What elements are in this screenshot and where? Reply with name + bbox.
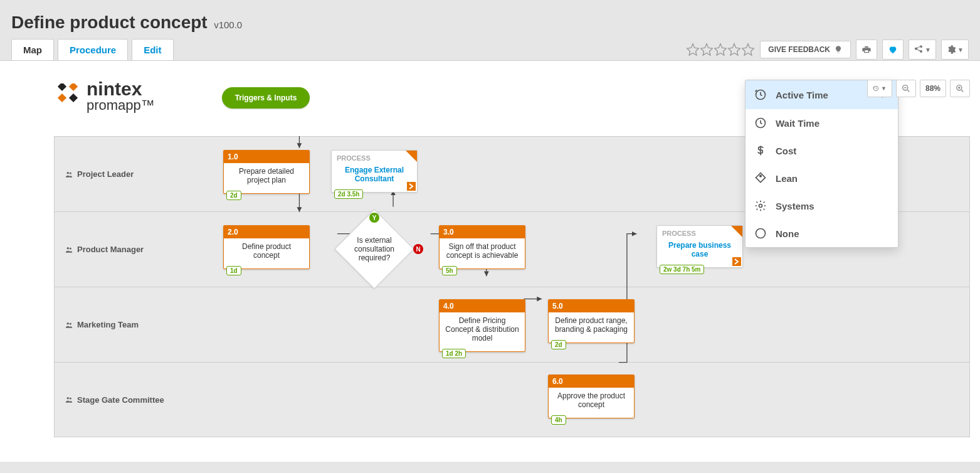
step-duration: 2d bbox=[551, 340, 566, 349]
decision-node[interactable]: Is external consultation required? Y N bbox=[330, 218, 418, 280]
dd-wait-time[interactable]: Wait Time bbox=[746, 109, 898, 137]
favorite-button[interactable] bbox=[882, 40, 904, 60]
svg-point-18 bbox=[67, 397, 70, 400]
step-duration: 5h bbox=[442, 266, 457, 275]
canvas-controls: ▼ 88% bbox=[867, 80, 970, 97]
star-icon[interactable] bbox=[741, 43, 755, 56]
svg-rect-8 bbox=[58, 83, 66, 91]
logo: nintex promapp™ bbox=[55, 80, 155, 112]
lane-label: Project Leader bbox=[55, 169, 134, 179]
svg-point-15 bbox=[70, 247, 71, 249]
lightbulb-icon bbox=[834, 45, 843, 54]
dd-lean[interactable]: Lean bbox=[746, 164, 898, 192]
users-icon bbox=[65, 395, 73, 404]
svg-point-7 bbox=[756, 229, 766, 238]
dd-label: Lean bbox=[776, 173, 889, 184]
zoom-out-button[interactable] bbox=[896, 80, 916, 97]
star-icon[interactable] bbox=[727, 43, 741, 56]
step-6-0[interactable]: 6.0 Approve the product concept 4h bbox=[548, 375, 635, 418]
tab-bar: Map Procedure Edit GIVE FEEDBACK ▼ ▼ bbox=[0, 39, 980, 60]
linked-process-prepare-business-case[interactable]: PROCESS Prepare business case 2w 3d 7h 5… bbox=[656, 225, 743, 268]
gear-icon bbox=[946, 45, 956, 55]
step-1-0[interactable]: 1.0 Prepare detailed project plan 2d bbox=[223, 150, 310, 194]
svg-point-17 bbox=[70, 322, 71, 324]
open-process-icon[interactable] bbox=[407, 182, 416, 191]
arrow-right-icon bbox=[408, 183, 414, 189]
star-icon[interactable] bbox=[686, 43, 700, 56]
lane-text: Stage Gate Committee bbox=[77, 395, 164, 405]
dd-none[interactable]: None bbox=[746, 220, 898, 247]
process-duration: 2w 3d 7h 5m bbox=[660, 265, 704, 274]
star-icon[interactable] bbox=[714, 43, 727, 56]
zoom-in-button[interactable] bbox=[950, 80, 970, 97]
dd-label: Systems bbox=[776, 201, 889, 211]
dd-cost[interactable]: Cost bbox=[746, 137, 898, 164]
star-icon[interactable] bbox=[700, 43, 714, 56]
gear-icon bbox=[754, 199, 767, 212]
process-label: PROCESS bbox=[332, 151, 417, 162]
decision-no: N bbox=[413, 244, 423, 254]
step-5-0[interactable]: 5.0 Define product range, branding & pac… bbox=[548, 299, 635, 343]
svg-point-13 bbox=[70, 172, 71, 174]
tab-procedure[interactable]: Procedure bbox=[58, 39, 128, 60]
step-number: 3.0 bbox=[440, 226, 525, 238]
step-duration: 4h bbox=[551, 415, 566, 425]
svg-rect-9 bbox=[69, 83, 78, 91]
print-button[interactable] bbox=[856, 40, 877, 60]
clock-arrow-icon bbox=[873, 83, 879, 93]
lane-stage-gate-committee: Stage Gate Committee bbox=[54, 362, 970, 437]
time-mode-button[interactable]: ▼ bbox=[867, 80, 892, 97]
process-duration: 2d 3.5h bbox=[334, 189, 363, 199]
tab-map[interactable]: Map bbox=[11, 39, 54, 60]
step-duration: 2d bbox=[226, 191, 241, 200]
open-process-icon[interactable] bbox=[732, 257, 741, 266]
step-number: 2.0 bbox=[224, 226, 309, 238]
svg-point-16 bbox=[67, 322, 70, 324]
step-title: Define Pricing Concept & distribution mo… bbox=[440, 312, 525, 351]
give-feedback-label: GIVE FEEDBACK bbox=[768, 45, 830, 54]
tag-icon bbox=[754, 172, 767, 184]
dd-systems[interactable]: Systems bbox=[746, 192, 898, 220]
trigger-node[interactable]: Triggers & Inputs bbox=[222, 87, 310, 109]
step-number: 5.0 bbox=[549, 300, 634, 312]
lane-label: Stage Gate Committee bbox=[55, 395, 164, 405]
step-4-0[interactable]: 4.0 Define Pricing Concept & distributio… bbox=[439, 299, 525, 352]
lane-text: Marketing Team bbox=[77, 320, 139, 329]
logo-text: nintex promapp™ bbox=[87, 80, 155, 112]
settings-button[interactable]: ▼ bbox=[941, 40, 969, 60]
give-feedback-button[interactable]: GIVE FEEDBACK bbox=[760, 41, 851, 58]
logo-mark-icon bbox=[55, 83, 80, 109]
step-number: 1.0 bbox=[224, 151, 309, 163]
dd-label: Cost bbox=[776, 146, 889, 156]
lane-label: Product Manager bbox=[55, 245, 144, 254]
arrow-right-icon bbox=[734, 258, 740, 265]
process-label: PROCESS bbox=[657, 226, 742, 237]
logo-line2: promapp™ bbox=[87, 98, 155, 112]
svg-point-14 bbox=[67, 247, 70, 249]
zoom-out-icon bbox=[902, 84, 910, 93]
step-number: 6.0 bbox=[549, 375, 634, 388]
svg-rect-10 bbox=[58, 93, 66, 102]
zoom-value[interactable]: 88% bbox=[920, 80, 946, 97]
step-title: Prepare detailed project plan bbox=[224, 163, 309, 193]
toolbar-right: GIVE FEEDBACK ▼ ▼ bbox=[686, 40, 969, 60]
svg-point-5 bbox=[760, 175, 762, 177]
process-title: Engage External Consultant bbox=[332, 162, 417, 192]
tab-edit[interactable]: Edit bbox=[132, 39, 173, 60]
decision-text: Is external consultation required? bbox=[330, 236, 418, 262]
dd-label: Wait Time bbox=[776, 118, 889, 129]
lane-text: Project Leader bbox=[77, 169, 134, 179]
step-2-0[interactable]: 2.0 Define product concept 1d bbox=[223, 225, 310, 269]
dd-label: None bbox=[776, 228, 889, 239]
lane-label: Marketing Team bbox=[55, 320, 139, 329]
chevron-down-icon: ▼ bbox=[957, 46, 964, 53]
share-button[interactable]: ▼ bbox=[909, 40, 936, 60]
linked-process-engage-external[interactable]: PROCESS Engage External Consultant 2d 3.… bbox=[331, 150, 418, 193]
chevron-down-icon: ▼ bbox=[925, 46, 931, 53]
svg-point-6 bbox=[759, 205, 762, 208]
step-3-0[interactable]: 3.0 Sign off that product concept is ach… bbox=[439, 225, 525, 269]
star-rating[interactable] bbox=[686, 43, 755, 56]
step-duration: 1d bbox=[226, 266, 241, 275]
svg-point-19 bbox=[70, 398, 71, 400]
print-icon bbox=[861, 45, 872, 55]
